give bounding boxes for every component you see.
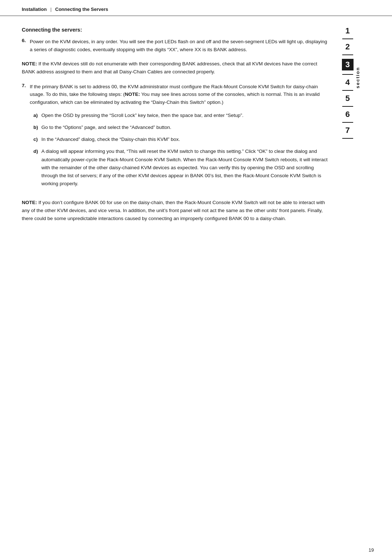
section-divider-4 [342,90,353,91]
note-2-bold: NOTE: [22,200,37,205]
section-divider-7 [342,138,353,139]
note-2: NOTE: If you don’t configure BANK 00 for… [22,199,330,223]
section-divider-2 [342,54,353,55]
sub-item-c: c) In the “Advanced” dialog, check the “… [33,135,330,143]
header-installation: Installation [22,7,47,12]
section-num-4: 4 [338,78,358,86]
section-num-5: 5 [338,94,358,102]
sub-item-b-content: Go to the “Options” page, and select the… [41,123,330,131]
section-num-7: 7 [338,126,358,134]
list-item-6: 6. Power on the KVM devices, in any orde… [22,38,330,53]
item-7-note-bold: NOTE: [125,92,140,97]
sub-item-a-content: Open the OSD by pressing the “Scroll Loc… [41,111,330,119]
section-heading: Connecting the servers: [22,27,330,33]
note-2-text: If you don’t configure BANK 00 for use o… [22,200,325,222]
item-7-content: If the primary BANK is set to address 00… [30,83,330,192]
sub-item-b: b) Go to the “Options” page, and select … [33,123,330,131]
sub-item-d: d) A dialog will appear informing you th… [33,147,330,188]
section-num-2: 2 [338,43,358,51]
page-number: 19 [369,547,374,553]
item-7-text-before: If the primary BANK is set to address 00… [30,84,320,105]
section-num-1: 1 [338,27,358,35]
section-divider-5 [342,106,353,107]
sub-item-c-label: c) [33,135,41,143]
page-header: Installation | Connecting the Servers [0,0,392,16]
main-content: Connecting the servers: 6. Power on the … [0,16,392,244]
sub-item-a-label: a) [33,111,41,119]
item-6-number: 6. [22,38,30,43]
sub-list: a) Open the OSD by pressing the “Scroll … [30,111,330,188]
section-divider-1 [342,38,353,39]
item-7-number: 7. [22,83,30,88]
section-divider-3 [342,74,353,75]
sub-item-d-content: A dialog will appear informing you that,… [41,147,330,188]
section-num-3-box: 3 [342,59,354,70]
header-section-title: Connecting the Servers [55,7,108,12]
item-6-content: Power on the KVM devices, in any order. … [30,38,330,53]
section-num-6: 6 [338,110,358,118]
sub-item-d-label: d) [33,147,41,155]
section-sidebar: 1 2 3 4 5 6 7 section [338,27,358,229]
sub-item-b-label: b) [33,123,41,131]
note-1-text: If the KVM devices still do not enumerat… [22,61,317,74]
item-7-text-after: You may see lines across some of the con… [30,92,320,105]
section-label-rotated: section [355,67,360,89]
header-divider: | [50,7,52,12]
section-divider-6 [342,122,353,123]
list-item-7: 7. If the primary BANK is set to address… [22,83,330,192]
page-container: Installation | Connecting the Servers Co… [0,0,392,560]
sub-item-a: a) Open the OSD by pressing the “Scroll … [33,111,330,119]
sub-item-c-content: In the “Advanced” dialog, check the “Dai… [41,135,330,143]
note-1: NOTE: If the KVM devices still do not en… [22,60,330,76]
content-body: Connecting the servers: 6. Power on the … [22,27,338,229]
note-1-bold: NOTE: [22,61,37,66]
